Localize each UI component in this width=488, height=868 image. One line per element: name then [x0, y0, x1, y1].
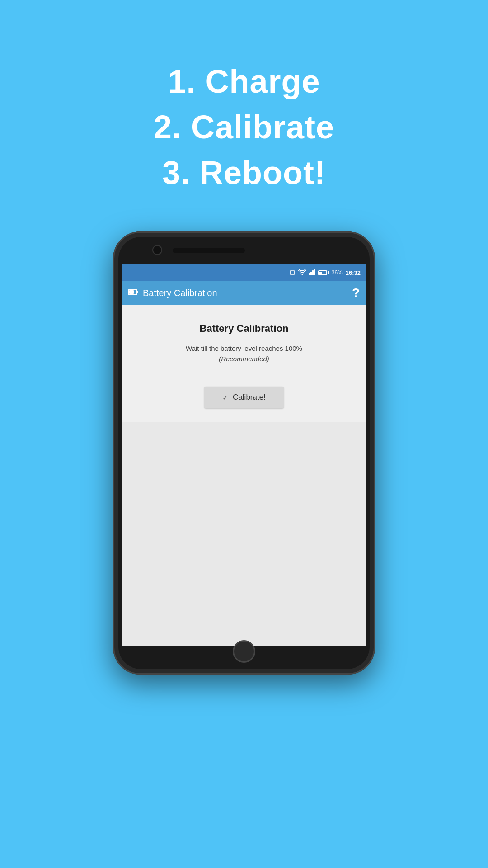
- svg-rect-0: [291, 270, 294, 275]
- step-1: 1. Charge: [154, 59, 334, 104]
- phone-camera: [152, 245, 162, 255]
- battery-small-icon: [128, 288, 138, 298]
- svg-rect-2: [294, 271, 295, 274]
- signal-icon: [309, 269, 316, 277]
- content-area: Battery Calibration Wait till the batter…: [122, 305, 366, 422]
- battery-icon: [318, 270, 329, 275]
- calibrate-button-label: Calibrate!: [233, 393, 266, 402]
- help-button[interactable]: ?: [352, 287, 360, 299]
- steps-container: 1. Charge 2. Calibrate 3. Reboot!: [154, 59, 334, 195]
- vibrate-icon: [289, 269, 296, 276]
- subtitle-line2: (Recommended): [219, 355, 269, 363]
- subtitle-line1: Wait till the battery level reaches 100%: [186, 344, 302, 352]
- phone-inner: 36% 16:32 Battery C: [118, 237, 370, 669]
- svg-point-3: [301, 274, 303, 275]
- svg-rect-10: [137, 291, 138, 293]
- status-icons: 36% 16:32: [289, 269, 361, 277]
- content-subtitle: Wait till the battery level reaches 100%…: [186, 344, 302, 364]
- phone-mockup: 36% 16:32 Battery C: [113, 231, 375, 675]
- calibrate-button[interactable]: ✓ Calibrate!: [204, 387, 284, 408]
- content-title: Battery Calibration: [200, 323, 289, 335]
- status-time: 16:32: [346, 269, 361, 276]
- wifi-icon: [298, 269, 306, 277]
- svg-rect-6: [312, 270, 314, 275]
- phone-speaker: [173, 248, 245, 253]
- step-2: 2. Calibrate: [154, 104, 334, 150]
- svg-rect-1: [290, 271, 291, 274]
- app-bar-left: Battery Calibration: [128, 288, 217, 298]
- status-bar: 36% 16:32: [122, 264, 366, 281]
- app-bar: Battery Calibration ?: [122, 281, 366, 305]
- phone-screen: 36% 16:32 Battery C: [122, 264, 366, 646]
- battery-percent: 36%: [332, 269, 343, 276]
- app-bar-title: Battery Calibration: [143, 288, 217, 298]
- svg-rect-9: [129, 290, 134, 294]
- svg-rect-5: [310, 272, 312, 275]
- phone-outer: 36% 16:32 Battery C: [113, 231, 375, 675]
- step-3: 3. Reboot!: [154, 150, 334, 196]
- svg-rect-7: [314, 269, 315, 275]
- checkmark-icon: ✓: [222, 393, 228, 402]
- svg-rect-4: [309, 273, 310, 275]
- home-button[interactable]: [233, 640, 255, 663]
